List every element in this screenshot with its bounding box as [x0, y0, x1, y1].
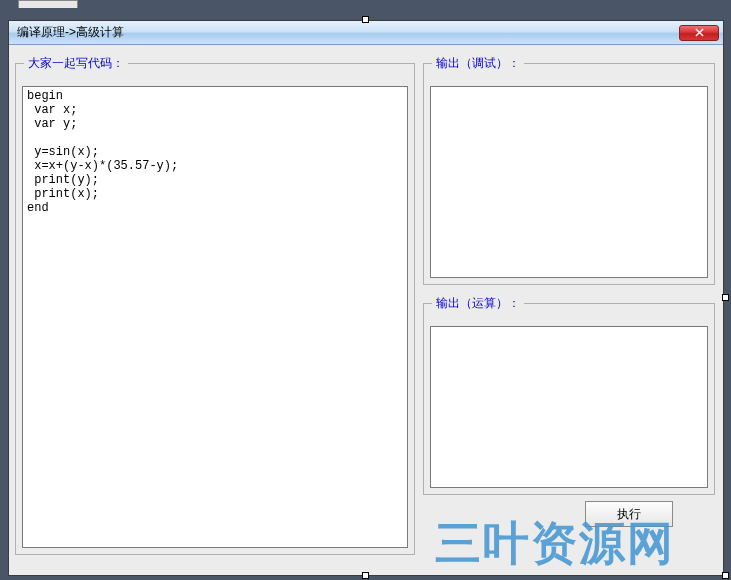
designer-surface: 编译原理->高级计算 大家一起写代码： begin var x; var y; …	[0, 0, 731, 580]
debug-output[interactable]	[430, 86, 708, 278]
resize-handle-bottom[interactable]	[362, 572, 369, 579]
window-title: 编译原理->高级计算	[17, 24, 679, 41]
resize-handle-corner[interactable]	[722, 572, 729, 579]
resize-handle-top[interactable]	[362, 16, 369, 23]
designer-tab-stub	[18, 0, 78, 8]
code-editor[interactable]: begin var x; var y; y=sin(x); x=x+(y-x)*…	[22, 86, 408, 548]
client-area: 大家一起写代码： begin var x; var y; y=sin(x); x…	[9, 45, 723, 575]
run-legend: 输出（运算）：	[432, 295, 524, 312]
debug-groupbox: 输出（调试）：	[423, 55, 715, 285]
app-window: 编译原理->高级计算 大家一起写代码： begin var x; var y; …	[8, 20, 724, 576]
execute-button-label: 执行	[617, 506, 641, 523]
code-legend: 大家一起写代码：	[24, 55, 128, 72]
close-button[interactable]	[679, 25, 719, 41]
titlebar[interactable]: 编译原理->高级计算	[9, 21, 723, 45]
code-groupbox: 大家一起写代码： begin var x; var y; y=sin(x); x…	[15, 55, 415, 555]
run-output[interactable]	[430, 326, 708, 488]
close-icon	[695, 28, 704, 37]
resize-handle-right[interactable]	[722, 294, 729, 301]
execute-button[interactable]: 执行	[585, 501, 673, 527]
run-groupbox: 输出（运算）：	[423, 295, 715, 495]
debug-legend: 输出（调试）：	[432, 55, 524, 72]
